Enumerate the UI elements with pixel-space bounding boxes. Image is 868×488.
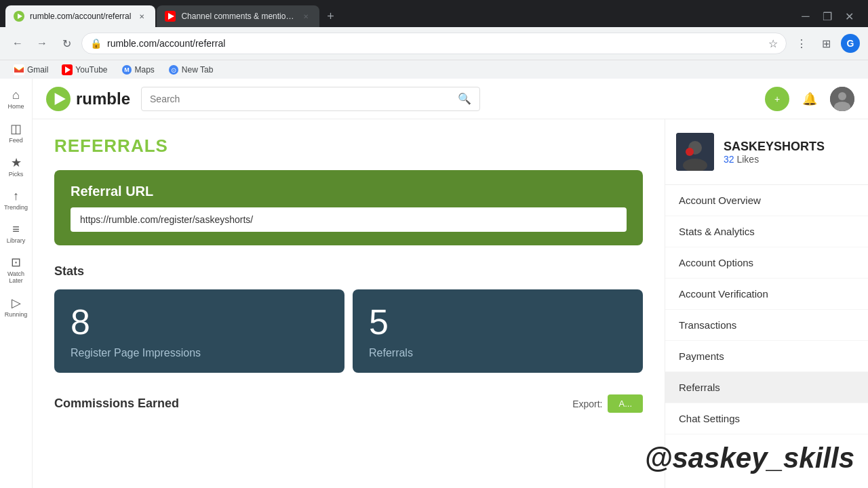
gmail-label: Gmail	[27, 65, 48, 75]
sidebar-item-library[interactable]: ≡ Library	[1, 218, 31, 249]
library-icon: ≡	[12, 222, 20, 237]
sidebar-item-home[interactable]: ⌂ Home	[1, 84, 31, 115]
extensions-button[interactable]: ⋮	[792, 34, 811, 53]
tab-grid-button[interactable]: ⊞	[816, 34, 835, 53]
bookmark-newtab[interactable]: ⊙ New Tab	[163, 63, 218, 77]
right-sidebar: SASKEYSHORTS 32 Likes Account Overview S…	[665, 119, 868, 488]
menu-item-account-verification[interactable]: Account Verification	[665, 279, 868, 310]
svg-text:M: M	[124, 66, 130, 73]
bookmark-youtube[interactable]: YouTube	[56, 63, 113, 77]
bookmark-star-icon[interactable]: ☆	[768, 37, 778, 50]
avatar-image	[830, 87, 854, 111]
bookmark-gmail[interactable]: Gmail	[8, 63, 54, 77]
address-url: rumble.com/account/referral	[107, 38, 763, 49]
menu-item-stats-analytics[interactable]: Stats & Analytics	[665, 216, 868, 247]
forward-button[interactable]: →	[33, 34, 52, 53]
search-bar[interactable]: 🔍	[141, 87, 480, 111]
sidebar-item-running[interactable]: ▷ Running	[1, 291, 31, 323]
tab-2-title: Channel comments & mention...	[181, 12, 295, 21]
newtab-label: New Tab	[182, 65, 213, 75]
referral-url-box: Referral URL https://rumble.com/register…	[54, 170, 643, 245]
menu-item-account-overview[interactable]: Account Overview	[665, 185, 868, 216]
likes-count: 32	[724, 154, 734, 165]
profile-avatar-image	[676, 133, 714, 171]
menu-item-referrals[interactable]: Referrals	[665, 372, 868, 403]
browser-profile-icon[interactable]: G	[841, 34, 860, 53]
extension-icons: ⋮ ⊞ G	[792, 34, 860, 53]
tab-1-close[interactable]: ✕	[136, 11, 147, 22]
sidebar-item-picks[interactable]: ★ Picks	[1, 151, 31, 182]
sidebar-item-trending[interactable]: ↑ Trending	[1, 185, 31, 216]
right-nav-menu: Account Overview Stats & Analytics Accou…	[665, 185, 868, 434]
security-lock-icon: 🔒	[90, 38, 102, 49]
tab-1[interactable]: rumble.com/account/referral ✕	[5, 5, 155, 27]
svg-point-20	[686, 148, 694, 156]
rumble-left-sidebar: ⌂ Home ◫ Feed ★ Picks ↑ Trending ≡ Libra…	[0, 79, 33, 488]
svg-text:⊙: ⊙	[171, 66, 176, 74]
sidebar-item-feed[interactable]: ◫ Feed	[1, 117, 31, 148]
profile-info: SASKEYSHORTS 32 Likes	[724, 140, 825, 165]
profile-name: SASKEYSHORTS	[724, 140, 825, 154]
tab-2-favicon	[165, 11, 176, 22]
maps-favicon: M	[121, 64, 132, 75]
rumble-logo[interactable]: rumble	[46, 87, 130, 111]
sidebar-item-watch-later[interactable]: ⊡ Watch Later	[1, 251, 31, 289]
tab-2[interactable]: Channel comments & mention... ✕	[157, 5, 319, 27]
commissions-section: Commissions Earned Export: A...	[54, 389, 643, 413]
stat-number-referrals: 5	[369, 303, 627, 342]
menu-item-transactions[interactable]: Transactions	[665, 310, 868, 341]
svg-point-16	[838, 92, 846, 100]
gmail-favicon	[14, 64, 24, 75]
stat-card-impressions: 8 Register Page Impressions	[54, 289, 344, 373]
restore-button[interactable]: ❐	[819, 8, 835, 24]
menu-item-chat-settings[interactable]: Chat Settings	[665, 403, 868, 434]
search-icon: 🔍	[458, 92, 471, 105]
search-input[interactable]	[150, 94, 452, 104]
stat-number-impressions: 8	[71, 303, 328, 342]
menu-item-account-options[interactable]: Account Options	[665, 247, 868, 279]
export-label: Export:	[572, 399, 602, 409]
tab-2-close[interactable]: ✕	[300, 11, 311, 22]
running-icon: ▷	[12, 296, 21, 310]
refresh-button[interactable]: ↻	[57, 34, 76, 53]
tab-bar: rumble.com/account/referral ✕ Channel co…	[0, 0, 868, 27]
referral-url-input[interactable]: https://rumble.com/register/saskeyshorts…	[71, 207, 627, 232]
upload-icon: +	[770, 92, 784, 106]
picks-icon: ★	[11, 155, 22, 170]
back-button[interactable]: ←	[8, 34, 27, 53]
stats-title: Stats	[54, 264, 643, 279]
trending-icon: ↑	[13, 189, 19, 203]
new-tab-button[interactable]: +	[321, 7, 340, 26]
stat-card-referrals: 5 Referrals	[353, 289, 643, 373]
stat-label-referrals: Referrals	[369, 347, 627, 359]
youtube-label: YouTube	[75, 65, 107, 75]
address-bar[interactable]: 🔒 rumble.com/account/referral ☆	[81, 33, 787, 54]
menu-item-payments[interactable]: Payments	[665, 341, 868, 372]
bookmark-maps[interactable]: M Maps	[116, 63, 160, 77]
upload-button[interactable]: +	[765, 87, 789, 111]
profile-card: SASKEYSHORTS 32 Likes	[665, 119, 868, 185]
page-title: REFERRALS	[54, 136, 643, 157]
main-content: REFERRALS Referral URL https://rumble.co…	[33, 119, 665, 488]
newtab-favicon: ⊙	[168, 64, 179, 75]
minimize-button[interactable]: ─	[797, 8, 814, 24]
profile-thumbnail	[676, 133, 714, 171]
tab-1-title: rumble.com/account/referral	[30, 12, 131, 21]
user-avatar[interactable]	[830, 87, 854, 111]
export-button[interactable]: A...	[608, 394, 643, 413]
header-actions: + 🔔	[765, 87, 854, 111]
rumble-logo-text: rumble	[76, 89, 130, 108]
tab-1-favicon	[14, 11, 24, 22]
main-area: rumble 🔍 + 🔔	[33, 79, 868, 488]
stats-grid: 8 Register Page Impressions 5 Referrals	[54, 289, 643, 373]
profile-likes: 32 Likes	[724, 154, 825, 165]
youtube-favicon	[62, 64, 73, 75]
rumble-logo-icon	[46, 87, 71, 111]
export-area: Export: A...	[572, 394, 643, 413]
home-icon: ⌂	[12, 88, 20, 102]
bookmarks-bar: Gmail YouTube M Maps ⊙ New Tab	[0, 60, 868, 79]
notifications-button[interactable]: 🔔	[797, 87, 822, 111]
browser-window: rumble.com/account/referral ✕ Channel co…	[0, 0, 868, 488]
maps-label: Maps	[135, 65, 155, 75]
close-window-button[interactable]: ✕	[841, 8, 857, 24]
